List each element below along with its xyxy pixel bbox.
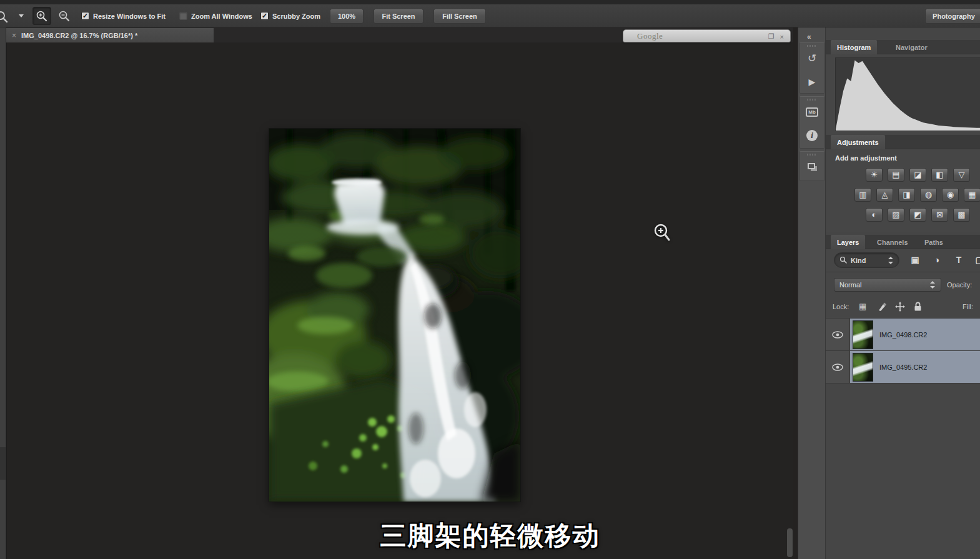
tab-adjustments[interactable]: Adjustments bbox=[831, 135, 885, 149]
layer-name[interactable]: IMG_0495.CR2 bbox=[879, 364, 927, 371]
lock-position-icon[interactable] bbox=[895, 302, 905, 312]
filter-shape-layers-icon[interactable]: ▢ bbox=[971, 253, 980, 267]
layer-filter-kind-dropdown[interactable]: Kind bbox=[834, 252, 899, 268]
checkbox-label: Resize Windows to Fit bbox=[93, 12, 166, 20]
adjustment-row-1: ☀▤◪◧▽ bbox=[866, 168, 970, 182]
menu-bar-edge bbox=[0, 0, 980, 4]
filter-pixel-layers-icon[interactable]: ▣ bbox=[907, 253, 923, 267]
blend-mode-select[interactable]: Normal bbox=[834, 278, 941, 292]
eye-icon bbox=[832, 331, 843, 339]
levels-icon[interactable]: ▤ bbox=[888, 168, 904, 182]
curves-icon[interactable]: ◪ bbox=[909, 168, 926, 182]
zoom-tool-icon[interactable] bbox=[0, 9, 9, 24]
kind-label: Kind bbox=[851, 257, 866, 264]
opacity-label: Opacity: bbox=[947, 281, 972, 289]
selective-color-icon[interactable]: ⊠ bbox=[931, 208, 948, 222]
resize-windows-checkbox[interactable]: ✓ Resize Windows to Fit bbox=[81, 4, 166, 27]
color-lookup-icon[interactable]: ▦ bbox=[964, 188, 980, 202]
posterize-icon[interactable]: ▨ bbox=[888, 208, 904, 222]
zoom-out-icon bbox=[57, 9, 71, 23]
dropdown-arrows-icon bbox=[929, 281, 935, 289]
search-icon bbox=[839, 256, 848, 264]
zoom-in-icon bbox=[35, 9, 49, 23]
brightness-contrast-icon[interactable]: ☀ bbox=[866, 168, 883, 182]
filter-type-layers-icon[interactable]: T bbox=[951, 253, 967, 267]
window-close-icon[interactable]: × bbox=[780, 33, 784, 41]
waterfall-photo bbox=[269, 129, 520, 502]
tab-paths[interactable]: Paths bbox=[918, 235, 949, 249]
tab-layers[interactable]: Layers bbox=[831, 235, 865, 249]
mini-bridge-panel-icon[interactable]: Mb bbox=[800, 101, 824, 124]
adjustment-row-3: ◐▨◩⊠▩ bbox=[866, 208, 970, 222]
tool-button-partial bbox=[0, 447, 6, 480]
tab-close-icon[interactable]: × bbox=[12, 31, 16, 40]
adjustment-row-2: ▥◬◨◍◉▦ bbox=[854, 188, 980, 202]
panel-dock: Histogram Navigator Adjustments Add an a… bbox=[826, 27, 980, 559]
filter-adjustment-layers-icon[interactable]: ◑ bbox=[929, 253, 945, 267]
lock-transparency-icon[interactable]: ▦ bbox=[859, 302, 866, 311]
expand-panels-icon[interactable]: « bbox=[807, 32, 811, 41]
layers-tab-bar: Layers Channels Paths bbox=[826, 235, 980, 249]
zoom-in-button[interactable] bbox=[32, 7, 51, 25]
add-adjustment-heading: Add an adjustment bbox=[835, 154, 897, 162]
checkbox-label: Zoom All Windows bbox=[191, 12, 252, 20]
document-tab[interactable]: × IMG_0498.CR2 @ 16.7% (RGB/16*) * bbox=[6, 28, 214, 42]
actions-panel-icon[interactable]: ▶ bbox=[800, 70, 824, 93]
gradient-map-icon[interactable]: ▩ bbox=[953, 208, 970, 222]
workspace-switcher-button[interactable]: Photography bbox=[925, 9, 980, 24]
dropdown-arrows-icon bbox=[888, 257, 893, 264]
layer-comps-panel-icon[interactable] bbox=[800, 156, 824, 179]
scrubby-zoom-checkbox[interactable]: ✓ Scrubby Zoom bbox=[260, 4, 320, 27]
tab-navigator[interactable]: Navigator bbox=[889, 40, 934, 54]
checkbox-checked-icon: ✓ bbox=[81, 12, 89, 20]
tool-preset-caret[interactable] bbox=[19, 14, 24, 17]
black-and-white-icon[interactable]: ◨ bbox=[898, 188, 915, 202]
google-window-title: Google bbox=[637, 31, 663, 41]
mini-bridge-glyph: Mb bbox=[806, 107, 818, 117]
layer-thumbnail[interactable] bbox=[853, 353, 873, 382]
adjustments-tab-bar: Adjustments bbox=[826, 135, 980, 149]
video-subtitle: 三脚架的轻微移动 bbox=[0, 518, 980, 553]
invert-icon[interactable]: ◐ bbox=[866, 208, 883, 222]
window-restore-icon[interactable]: ❐ bbox=[768, 32, 775, 41]
canvas-area[interactable] bbox=[6, 42, 793, 559]
vibrance-icon[interactable]: ▽ bbox=[953, 168, 970, 182]
lock-pixels-icon[interactable] bbox=[877, 302, 887, 312]
layer-row[interactable]: IMG_0498.CR2 bbox=[826, 319, 980, 350]
lock-all-icon[interactable] bbox=[913, 301, 923, 312]
checkbox-unchecked-icon: ✓ bbox=[179, 12, 187, 20]
adjustments-panel-body: Add an adjustment ☀▤◪◧▽ ▥◬◨◍◉▦ ◐▨◩⊠▩ bbox=[826, 149, 980, 232]
histogram-plot bbox=[835, 57, 980, 131]
threshold-icon[interactable]: ◩ bbox=[909, 208, 926, 222]
zoom-all-windows-checkbox[interactable]: ✓ Zoom All Windows bbox=[179, 4, 252, 27]
tab-histogram[interactable]: Histogram bbox=[831, 40, 877, 54]
layer-row[interactable]: IMG_0495.CR2 bbox=[826, 351, 980, 383]
photo-filter-icon[interactable]: ◍ bbox=[920, 188, 937, 202]
fill-screen-button[interactable]: Fill Screen bbox=[433, 9, 486, 24]
layer-name[interactable]: IMG_0498.CR2 bbox=[879, 331, 927, 339]
google-floating-window[interactable]: Google ❐ × bbox=[623, 29, 791, 42]
fit-screen-button[interactable]: Fit Screen bbox=[374, 9, 423, 24]
layer-comps-glyph bbox=[808, 163, 815, 169]
tab-channels[interactable]: Channels bbox=[871, 235, 914, 249]
actual-pixels-button[interactable]: 100% bbox=[330, 9, 364, 24]
history-panel-icon[interactable]: ↺ bbox=[800, 47, 824, 70]
exposure-icon[interactable]: ◧ bbox=[931, 168, 948, 182]
channel-mixer-icon[interactable]: ◉ bbox=[942, 188, 959, 202]
dock-group-2: Mb i bbox=[799, 96, 824, 149]
photoshop-window: ✓ Resize Windows to Fit ✓ Zoom All Windo… bbox=[0, 0, 980, 559]
checkbox-label: Scrubby Zoom bbox=[272, 12, 320, 20]
zoom-out-button[interactable] bbox=[55, 7, 74, 25]
eye-icon bbox=[832, 364, 843, 371]
info-panel-icon[interactable]: i bbox=[800, 124, 824, 147]
fill-label: Fill: bbox=[963, 303, 973, 310]
blend-mode-value: Normal bbox=[839, 281, 861, 289]
photo-canvas[interactable] bbox=[269, 129, 520, 502]
lock-row: Lock: ▦ Fill: bbox=[826, 300, 980, 315]
layer-visibility-toggle[interactable] bbox=[826, 351, 849, 383]
layer-visibility-toggle[interactable] bbox=[826, 319, 849, 350]
color-balance-icon[interactable]: ◬ bbox=[876, 188, 893, 202]
hue-saturation-icon[interactable]: ▥ bbox=[854, 188, 871, 202]
layer-thumbnail[interactable] bbox=[853, 320, 873, 349]
lock-label: Lock: bbox=[833, 303, 849, 310]
